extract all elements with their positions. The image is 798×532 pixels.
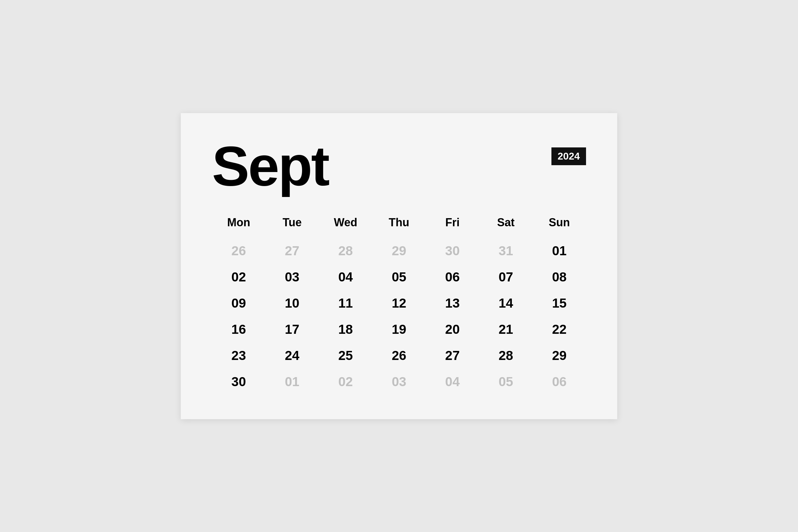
day-header: Sat [479, 213, 532, 232]
calendar-weeks: 2627282930310102030405060708091011121314… [212, 239, 586, 394]
day-cell[interactable]: 28 [319, 239, 372, 263]
day-cell[interactable]: 24 [265, 343, 319, 368]
day-cell[interactable]: 05 [479, 369, 532, 394]
calendar-header: Sept 2024 [212, 138, 586, 194]
day-cell[interactable]: 11 [319, 291, 372, 316]
day-cell[interactable]: 22 [533, 317, 586, 342]
day-cell[interactable]: 13 [426, 291, 479, 316]
year-badge: 2024 [551, 147, 586, 165]
day-cell[interactable]: 16 [212, 317, 265, 342]
day-cell[interactable]: 23 [212, 343, 265, 368]
day-cell[interactable]: 30 [212, 369, 265, 394]
day-cell[interactable]: 14 [479, 291, 532, 316]
week-row: 26272829303101 [212, 239, 586, 263]
day-cell[interactable]: 26 [212, 239, 265, 263]
day-cell[interactable]: 06 [533, 369, 586, 394]
day-cell[interactable]: 03 [265, 265, 319, 289]
day-cell[interactable]: 27 [265, 239, 319, 263]
day-cell[interactable]: 20 [426, 317, 479, 342]
day-header: Thu [372, 213, 425, 232]
day-cell[interactable]: 07 [479, 265, 532, 289]
day-header: Mon [212, 213, 265, 232]
day-cell[interactable]: 04 [319, 265, 372, 289]
day-cell[interactable]: 26 [372, 343, 425, 368]
day-cell[interactable]: 10 [265, 291, 319, 316]
calendar-card: Sept 2024 MonTueWedThuFriSatSun 26272829… [181, 113, 617, 419]
day-cell[interactable]: 17 [265, 317, 319, 342]
day-header: Fri [426, 213, 479, 232]
day-headers-row: MonTueWedThuFriSatSun [212, 213, 586, 232]
day-cell[interactable]: 28 [479, 343, 532, 368]
calendar-grid: MonTueWedThuFriSatSun 262728293031010203… [212, 213, 586, 394]
day-header: Sun [533, 213, 586, 232]
day-cell[interactable]: 12 [372, 291, 425, 316]
day-cell[interactable]: 04 [426, 369, 479, 394]
day-cell[interactable]: 21 [479, 317, 532, 342]
month-title: Sept [212, 138, 328, 194]
day-header: Tue [265, 213, 319, 232]
day-cell[interactable]: 09 [212, 291, 265, 316]
day-cell[interactable]: 27 [426, 343, 479, 368]
day-cell[interactable]: 06 [426, 265, 479, 289]
day-cell[interactable]: 19 [372, 317, 425, 342]
day-cell[interactable]: 30 [426, 239, 479, 263]
week-row: 09101112131415 [212, 291, 586, 316]
week-row: 30010203040506 [212, 369, 586, 394]
day-cell[interactable]: 08 [533, 265, 586, 289]
week-row: 02030405060708 [212, 265, 586, 289]
day-header: Wed [319, 213, 372, 232]
day-cell[interactable]: 01 [265, 369, 319, 394]
day-cell[interactable]: 29 [372, 239, 425, 263]
day-cell[interactable]: 15 [533, 291, 586, 316]
week-row: 23242526272829 [212, 343, 586, 368]
day-cell[interactable]: 31 [479, 239, 532, 263]
day-cell[interactable]: 02 [212, 265, 265, 289]
day-cell[interactable]: 02 [319, 369, 372, 394]
day-cell[interactable]: 18 [319, 317, 372, 342]
week-row: 16171819202122 [212, 317, 586, 342]
day-cell[interactable]: 29 [533, 343, 586, 368]
day-cell[interactable]: 01 [533, 239, 586, 263]
day-cell[interactable]: 03 [372, 369, 425, 394]
day-cell[interactable]: 25 [319, 343, 372, 368]
day-cell[interactable]: 05 [372, 265, 425, 289]
